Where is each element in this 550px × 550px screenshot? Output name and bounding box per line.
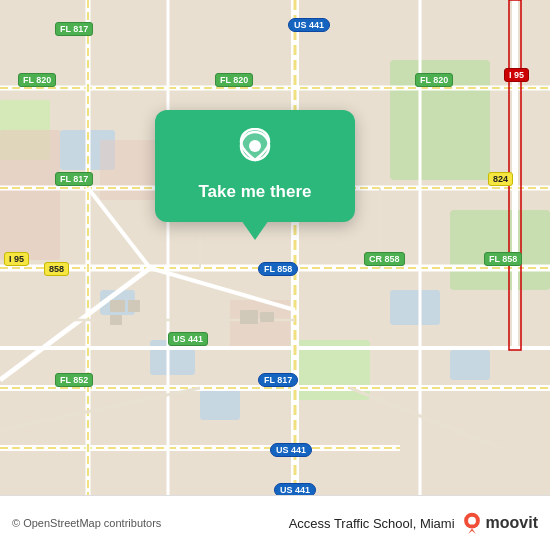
bottom-bar: © OpenStreetMap contributors Access Traf… — [0, 495, 550, 550]
road-label-fl852: US 441 — [168, 332, 208, 346]
road-label-fl858-right: FL 858 — [484, 252, 522, 266]
map-container: FL 817 US 441 FL 820 FL 820 FL 820 I 95 … — [0, 0, 550, 495]
popup-card[interactable]: Take me there — [155, 110, 355, 222]
road-label-fl817-mid: FL 817 — [55, 172, 93, 186]
svg-rect-10 — [200, 390, 240, 420]
road-label-fl820-left: FL 820 — [18, 73, 56, 87]
road-label-858-left: I 95 — [4, 252, 29, 266]
moovit-pin-icon — [461, 512, 483, 534]
road-label-i95: I 95 — [504, 68, 529, 82]
svg-rect-44 — [240, 310, 258, 324]
svg-rect-11 — [0, 130, 60, 260]
svg-rect-6 — [390, 290, 440, 325]
road-label-us441-bottom2: US 441 — [270, 443, 312, 457]
svg-rect-7 — [450, 350, 490, 380]
attribution-text: © OpenStreetMap contributors — [12, 517, 161, 529]
moovit-logo: moovit — [461, 512, 538, 534]
location-pin-icon — [233, 128, 277, 172]
road-label-us441-bottom3: US 441 — [274, 483, 316, 495]
svg-rect-41 — [110, 300, 125, 312]
road-label-cr858: 858 — [44, 262, 69, 276]
road-label-fl817-bottom: FL 852 — [55, 373, 93, 387]
road-label-us441-bottom: FL 817 — [258, 373, 298, 387]
map-svg — [0, 0, 550, 495]
svg-point-47 — [249, 140, 261, 152]
svg-rect-45 — [260, 312, 274, 322]
svg-rect-3 — [450, 210, 550, 290]
popup-label: Take me there — [198, 182, 311, 202]
road-label-fl858-center: CR 858 — [364, 252, 405, 266]
svg-rect-43 — [110, 315, 122, 325]
moovit-text: moovit — [486, 514, 538, 532]
road-label-fl820-center: FL 820 — [215, 73, 253, 87]
road-label-fl817-top: FL 817 — [55, 22, 93, 36]
bottom-right: Access Traffic School, Miami moovit — [289, 512, 538, 534]
location-name: Access Traffic School, Miami — [289, 516, 455, 531]
road-label-us441-top: US 441 — [288, 18, 330, 32]
road-label-us441-mid: FL 858 — [258, 262, 298, 276]
svg-rect-42 — [128, 300, 140, 312]
road-label-824-right: 824 — [488, 172, 513, 186]
road-label-fl820-right: FL 820 — [415, 73, 453, 87]
svg-point-49 — [468, 517, 476, 525]
